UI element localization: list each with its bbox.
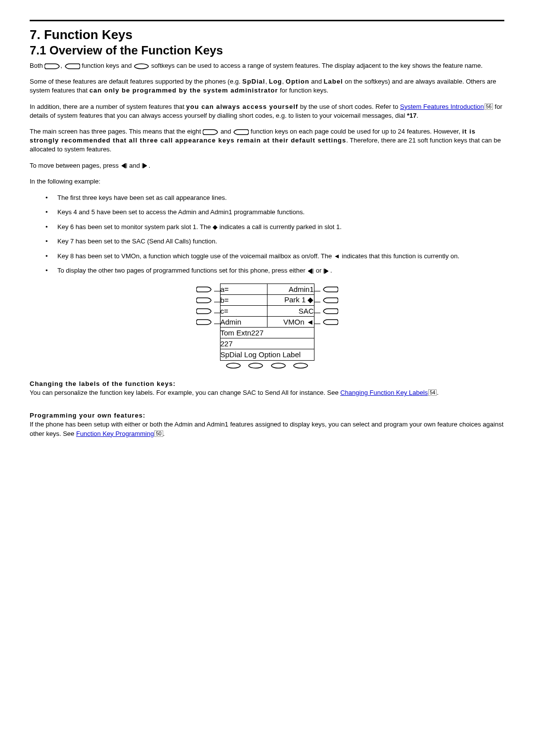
key-right-icon	[196, 307, 212, 315]
para-5: To move between pages, press and .	[30, 161, 504, 170]
link-system-features[interactable]: System Features Introduction	[400, 103, 484, 110]
triangle-right-icon	[323, 268, 330, 275]
section-programming-features: Programming your own features: If the ph…	[30, 411, 504, 438]
para-6: In the following example:	[30, 177, 504, 186]
bullet-6: To display the other two pages of progra…	[45, 266, 504, 276]
sec1-title: Changing the labels of the function keys…	[30, 380, 176, 387]
triangle-left-icon: ◄	[334, 252, 340, 260]
key-left-icon	[322, 307, 338, 315]
key-left-icon	[322, 318, 338, 326]
softkey-icon	[225, 362, 241, 370]
link-function-key-programming[interactable]: Function Key Programming	[76, 430, 154, 437]
key-left-icon	[233, 128, 249, 136]
key-wide-icon	[134, 62, 149, 70]
key-right-icon	[44, 62, 60, 70]
para-3: In addition, there are a number of syste…	[30, 102, 504, 120]
bullet-3: Key 6 has been set to monitor system par…	[45, 222, 504, 232]
display-r4-right: VMOn ◄	[267, 316, 314, 327]
bullet-2: Keys 4 and 5 have been set to access the…	[45, 207, 504, 217]
key-right-icon	[196, 296, 212, 304]
section-changing-labels: Changing the labels of the function keys…	[30, 379, 504, 397]
softkey-icon	[248, 362, 264, 370]
triangle-left-icon	[307, 268, 314, 275]
key-right-icon	[203, 128, 219, 136]
key-right-icon	[196, 285, 212, 293]
bullet-4: Key 7 has been set to the SAC (Send All …	[45, 236, 504, 246]
page-content: 7. Function Keys 7.1 Overview of the Fun…	[0, 0, 534, 756]
top-rule	[30, 20, 504, 21]
key-left-icon	[322, 296, 338, 304]
display-r3-left: c=	[220, 305, 267, 316]
para-1: Both , function keys and softkeys can be…	[30, 61, 504, 70]
key-right-icon	[196, 318, 212, 326]
pageref-56: 56	[485, 103, 493, 110]
link-changing-labels[interactable]: Changing Function Key Labels	[340, 389, 428, 396]
display-r1-right: Admin1	[267, 284, 314, 294]
chapter-heading: 7. Function Keys	[30, 27, 504, 43]
bullet-1: The first three keys have been set as ca…	[45, 193, 504, 203]
display-r2-left: b=	[220, 294, 267, 305]
pageref-54: 54	[428, 389, 437, 396]
triangle-left-icon	[121, 162, 128, 169]
bullet-5: Key 8 has been set to VMOn, a function w…	[45, 251, 504, 261]
display-r6: 227	[220, 338, 314, 349]
display-r3-right: SAC	[267, 305, 314, 316]
display-r4-left: Admin	[220, 316, 267, 327]
triangle-right-icon	[142, 162, 149, 169]
phone-display-diagram: a= Admin1 b= Park 1 ◆ c= SAC	[30, 284, 504, 370]
diamond-icon	[213, 223, 218, 231]
pageref-50: 50	[154, 430, 163, 437]
softkey-labels: SpDial Log Option Label	[220, 349, 314, 360]
para-2: Some of these features are default featu…	[30, 77, 504, 95]
section-heading: 7.1 Overview of the Function Keys	[30, 44, 504, 57]
softkey-icon	[293, 362, 309, 370]
key-left-icon	[322, 285, 338, 293]
display-r5: Tom Extn227	[220, 327, 314, 338]
sec2-title: Programming your own features:	[30, 412, 145, 419]
example-bullets: The first three keys have been set as ca…	[30, 193, 504, 276]
softkey-icon	[270, 362, 286, 370]
display-r1-left: a=	[220, 284, 267, 294]
para-4: The main screen has three pages. This me…	[30, 127, 504, 154]
key-left-icon	[64, 62, 80, 70]
display-r2-right: Park 1 ◆	[267, 294, 314, 305]
